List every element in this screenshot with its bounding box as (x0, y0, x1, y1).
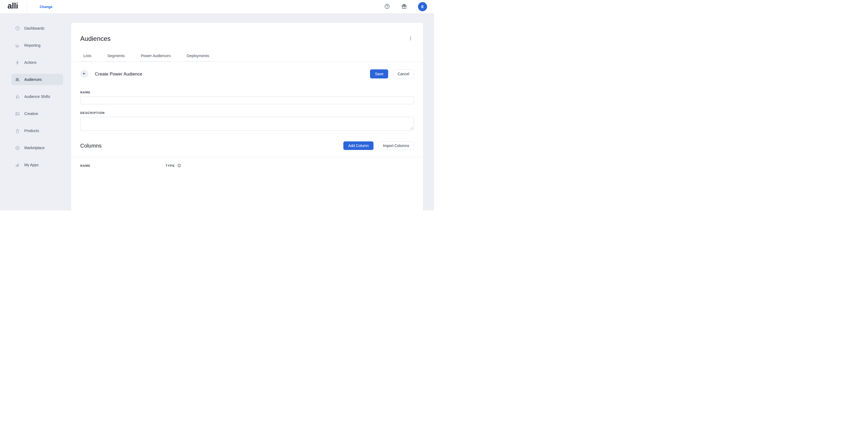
app-root: alli Change (0, 0, 434, 210)
shopping-bag-icon (15, 128, 20, 133)
image-icon (15, 111, 20, 116)
tab-power-audiences[interactable]: Power Audiences (139, 54, 172, 62)
sidebar-item-actions[interactable]: Actions (11, 57, 63, 68)
column-header-type-label: TYPE (165, 164, 175, 167)
help-button[interactable] (384, 3, 390, 10)
column-header-name: NAME (80, 164, 165, 167)
tab-lists[interactable]: Lists (82, 54, 93, 62)
gift-button[interactable] (401, 3, 407, 10)
description-textarea[interactable] (80, 117, 414, 131)
add-column-button[interactable]: Add Column (343, 141, 373, 150)
tab-deployments[interactable]: Deployments (185, 54, 211, 62)
sidebar-item-label: Dashboards (24, 26, 44, 30)
sidebar: Dashboards Reporting (0, 13, 71, 210)
form-header: Create Power Audience Save Cancel (80, 69, 414, 79)
arrow-left-icon (82, 72, 86, 77)
topbar: alli Change (0, 0, 434, 13)
sidebar-item-label: Audiences (24, 77, 41, 82)
app-logo: alli (7, 2, 18, 11)
columns-table-header: NAME TYPE (80, 164, 414, 168)
app-body: Dashboards Reporting (0, 13, 434, 210)
sidebar-item-label: My Apps (24, 163, 39, 167)
bar-chart-icon (15, 43, 20, 48)
sidebar-item-label: Products (24, 129, 39, 133)
people-icon (15, 77, 20, 82)
info-icon[interactable] (177, 164, 181, 168)
thumbs-up-icon (15, 94, 20, 99)
kebab-icon (408, 36, 413, 41)
import-columns-button[interactable]: Import Columns (378, 141, 414, 150)
sidebar-item-label: Actions (24, 60, 36, 64)
sidebar-item-reporting[interactable]: Reporting (11, 40, 63, 51)
name-input[interactable] (80, 96, 414, 104)
sidebar-item-label: Reporting (24, 43, 40, 48)
sidebar-item-my-apps[interactable]: My Apps (11, 159, 63, 170)
tab-segments[interactable]: Segments (106, 54, 126, 62)
avatar-initial: E (421, 4, 424, 9)
form-title: Create Power Audience (95, 72, 142, 77)
columns-divider (71, 157, 423, 157)
name-field-label: NAME (80, 91, 414, 94)
gauge-icon (15, 26, 20, 31)
columns-heading: Columns (80, 143, 101, 149)
card-header: Audiences (80, 23, 414, 47)
sidebar-item-label: Creative (24, 112, 38, 116)
description-field-wrap (80, 117, 414, 131)
more-options-button[interactable] (407, 35, 414, 42)
lightning-icon (15, 60, 20, 65)
sidebar-item-label: Audience Shifts (24, 94, 50, 99)
columns-section-header: Columns Add Column Import Columns (80, 138, 414, 153)
sidebar-item-dashboards[interactable]: Dashboards (11, 23, 63, 34)
help-icon (384, 3, 390, 10)
audiences-card: Audiences Lists Segments (71, 23, 423, 210)
sidebar-item-products[interactable]: Products (11, 125, 63, 136)
save-button[interactable]: Save (370, 69, 388, 79)
back-button[interactable] (80, 70, 88, 78)
gift-icon (401, 3, 407, 10)
cancel-button[interactable]: Cancel (393, 69, 414, 79)
column-header-type: TYPE (165, 164, 181, 168)
sidebar-item-audiences[interactable]: Audiences (11, 74, 63, 85)
change-link[interactable]: Change (40, 5, 53, 9)
topbar-divider (27, 2, 27, 11)
audiences-tabs: Lists Segments Power Audiences Deploymen… (71, 54, 423, 62)
apps-grid-icon (15, 163, 20, 168)
description-field-label: DESCRIPTION (80, 111, 414, 114)
compass-icon (15, 145, 20, 150)
sidebar-item-marketplace[interactable]: Marketplace (11, 142, 63, 153)
sidebar-item-audience-shifts[interactable]: Audience Shifts (11, 91, 63, 102)
main-content: Audiences Lists Segments (71, 13, 434, 210)
page-title: Audiences (80, 35, 111, 43)
sidebar-item-creative[interactable]: Creative (11, 108, 63, 119)
avatar[interactable]: E (418, 2, 427, 11)
sidebar-item-label: Marketplace (24, 146, 44, 150)
